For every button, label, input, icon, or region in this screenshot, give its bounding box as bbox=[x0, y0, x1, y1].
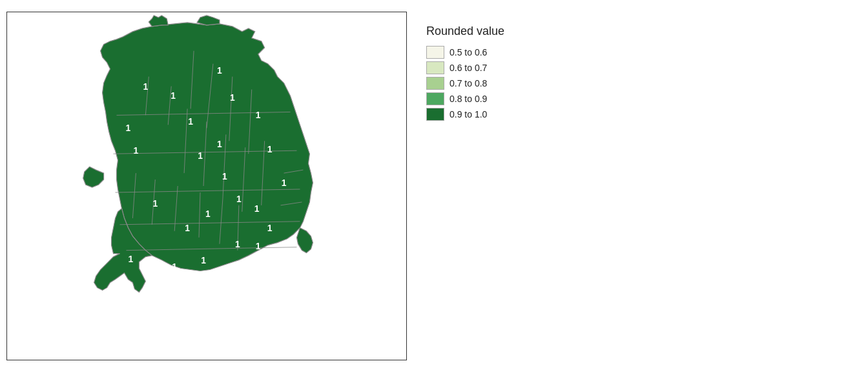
legend-title: Rounded value bbox=[426, 25, 504, 38]
legend-item-1: 0.5 to 0.6 bbox=[426, 46, 504, 59]
legend-item-2: 0.6 to 0.7 bbox=[426, 61, 504, 74]
svg-text:1: 1 bbox=[282, 178, 287, 188]
legend-container: Rounded value 0.5 to 0.6 0.6 to 0.7 0.7 … bbox=[426, 12, 504, 121]
main-container: 1 1 1 1 1 1 1 1 1 1 1 bbox=[0, 0, 511, 372]
svg-text:1: 1 bbox=[230, 92, 235, 103]
svg-text:1: 1 bbox=[188, 116, 193, 127]
legend-label-2: 0.6 to 0.7 bbox=[450, 63, 487, 73]
svg-text:1: 1 bbox=[222, 171, 227, 181]
svg-text:1: 1 bbox=[254, 203, 260, 214]
legend-label-3: 0.7 to 0.8 bbox=[450, 78, 487, 88]
svg-text:1: 1 bbox=[217, 139, 222, 149]
svg-text:1: 1 bbox=[217, 65, 222, 76]
svg-text:1: 1 bbox=[143, 81, 148, 92]
legend-item-4: 0.8 to 0.9 bbox=[426, 92, 504, 105]
legend-swatch-1 bbox=[426, 46, 444, 59]
svg-text:1: 1 bbox=[172, 262, 177, 272]
legend-swatch-3 bbox=[426, 77, 444, 90]
svg-text:1: 1 bbox=[185, 223, 190, 233]
svg-text:1: 1 bbox=[129, 254, 134, 264]
svg-text:1: 1 bbox=[236, 194, 242, 204]
svg-text:1: 1 bbox=[198, 150, 203, 161]
svg-text:1: 1 bbox=[205, 209, 211, 219]
legend-swatch-4 bbox=[426, 92, 444, 105]
map-container: 1 1 1 1 1 1 1 1 1 1 1 bbox=[6, 12, 407, 360]
svg-text:1: 1 bbox=[113, 280, 118, 291]
svg-text:1: 1 bbox=[152, 198, 158, 209]
svg-text:1: 1 bbox=[267, 223, 273, 233]
ireland-map: 1 1 1 1 1 1 1 1 1 1 1 bbox=[7, 12, 406, 360]
svg-text:1: 1 bbox=[235, 239, 240, 249]
legend-swatch-2 bbox=[426, 61, 444, 74]
legend-item-5: 0.9 to 1.0 bbox=[426, 108, 504, 121]
legend-label-5: 0.9 to 1.0 bbox=[450, 109, 487, 119]
svg-text:1: 1 bbox=[267, 144, 273, 154]
svg-text:1: 1 bbox=[256, 241, 261, 251]
svg-text:1: 1 bbox=[126, 123, 131, 133]
svg-text:1: 1 bbox=[134, 145, 139, 156]
legend-swatch-5 bbox=[426, 108, 444, 121]
svg-text:1: 1 bbox=[201, 255, 206, 265]
legend-label-4: 0.8 to 0.9 bbox=[450, 94, 487, 104]
legend-label-1: 0.5 to 0.6 bbox=[450, 47, 487, 57]
svg-text:1: 1 bbox=[256, 110, 261, 120]
svg-text:1: 1 bbox=[170, 91, 176, 101]
legend-item-3: 0.7 to 0.8 bbox=[426, 77, 504, 90]
